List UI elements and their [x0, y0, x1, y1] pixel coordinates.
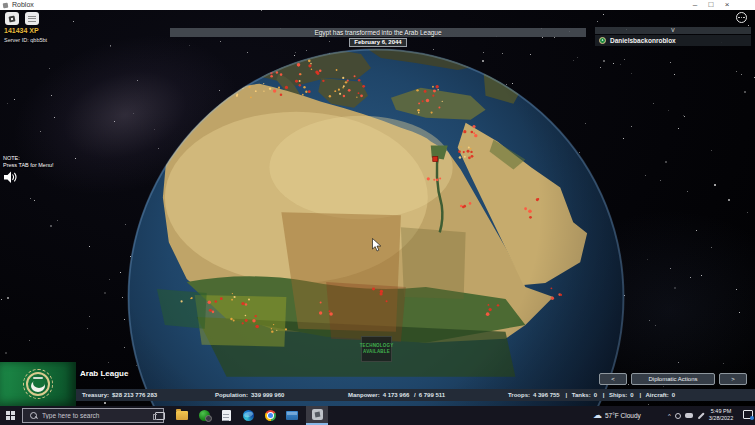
mail-icon — [286, 411, 298, 420]
roblox-menu-button[interactable] — [5, 12, 19, 25]
taskbar-clock[interactable]: 5:49 PM 3/28/2022 — [702, 408, 740, 422]
note-title: NOTE: — [3, 155, 54, 162]
window-titlebar: Roblox – □ × — [0, 0, 755, 10]
windows-taskbar: ☁ 57°F Cloudy ^ 5:49 PM 3/28/2022 — [0, 406, 755, 425]
task-view-button[interactable] — [152, 406, 168, 425]
window-title: Roblox — [12, 0, 34, 10]
roblox-logo-icon — [9, 15, 16, 22]
player-nation-flag-icon — [599, 37, 606, 44]
player-name: Danielsbackonroblox — [610, 37, 676, 44]
task-view-icon — [155, 412, 165, 420]
panel-prev-button[interactable]: < — [599, 373, 627, 385]
aircraft-label: Aircraft: — [646, 392, 669, 398]
start-button[interactable] — [0, 406, 21, 425]
game-date: February 6, 2044 — [349, 38, 407, 47]
manpower-stat: Manpower:4 173 966 /6 799 511 — [348, 389, 445, 401]
ships-value: 0 — [630, 392, 633, 398]
edge-icon — [243, 410, 254, 421]
ships-label: Ships: — [609, 392, 627, 398]
population-stat: Population:339 999 960 — [215, 389, 284, 401]
roblox-icon — [312, 409, 323, 420]
maximize-button[interactable]: □ — [703, 0, 719, 10]
more-menu-icon[interactable] — [736, 12, 747, 23]
population-value: 339 999 960 — [251, 392, 284, 398]
taskbar-weather[interactable]: ☁ 57°F Cloudy — [593, 406, 641, 425]
flag-crescent-cut — [33, 378, 45, 388]
controller-icon[interactable] — [685, 413, 693, 418]
tech-line2: AVAILABLE — [363, 349, 390, 355]
notepad-button[interactable] — [218, 406, 234, 425]
search-input[interactable] — [42, 412, 163, 419]
technology-available-notice[interactable]: TECHNOLOGY AVAILABLE — [361, 336, 392, 362]
leaderboard-player-row[interactable]: Danielsbackonroblox — [595, 35, 751, 46]
notification-center-icon[interactable] — [743, 410, 753, 419]
troops-label: Troops: — [508, 392, 530, 398]
taskbar-search[interactable] — [22, 408, 164, 423]
xp-counter: 141434 XP — [4, 27, 39, 34]
xbox-button[interactable] — [196, 406, 212, 425]
diplomatic-actions-button[interactable]: Diplomatic Actions — [631, 373, 715, 385]
chrome-button[interactable] — [262, 406, 278, 425]
stat-separator: | — [639, 392, 641, 398]
tanks-value: 0 — [594, 392, 597, 398]
event-banner: Egypt has transformed into the Arab Leag… — [170, 28, 586, 37]
nation-stats-bar: Treasury:$28 213 776 283 Population:339 … — [0, 389, 755, 401]
weather-text: 57°F Cloudy — [605, 412, 641, 419]
server-id-label: Server ID: qbb5bt — [4, 37, 47, 43]
file-explorer-button[interactable] — [174, 406, 190, 425]
troops-value: 4 396 755 — [533, 392, 560, 398]
stat-separator: | — [565, 392, 567, 398]
treasury-label: Treasury: — [82, 392, 109, 398]
flag-script-mark — [33, 377, 43, 379]
treasury-stat: Treasury:$28 213 776 283 — [82, 389, 157, 401]
manpower-max: 6 799 511 — [419, 392, 445, 398]
close-button[interactable]: × — [719, 0, 735, 10]
cloud-icon: ☁ — [593, 406, 602, 425]
system-tray: ^ — [668, 406, 705, 425]
tray-expand-button[interactable]: ^ — [668, 413, 671, 419]
chrome-icon — [265, 410, 276, 421]
manpower-current: 4 173 966 — [383, 392, 410, 398]
mouse-cursor — [372, 238, 382, 256]
tanks-label: Tanks: — [572, 392, 591, 398]
screen: Roblox – □ × — [0, 0, 755, 425]
folder-icon — [176, 411, 188, 420]
edge-button[interactable] — [240, 406, 256, 425]
clock-date: 3/28/2022 — [702, 415, 740, 422]
panel-next-button[interactable]: > — [719, 373, 747, 385]
roblox-app-icon — [3, 2, 9, 8]
arab-league-flag — [0, 362, 76, 406]
leaderboard-collapse-button[interactable]: V — [595, 27, 751, 34]
aircraft-value: 0 — [672, 392, 675, 398]
search-icon — [30, 412, 37, 419]
clock-time: 5:49 PM — [702, 408, 740, 415]
taskbar-app-icons — [152, 406, 328, 425]
roblox-taskbar-button[interactable] — [306, 406, 328, 425]
network-icon[interactable] — [675, 413, 681, 419]
treasury-value: $28 213 776 283 — [112, 392, 157, 398]
stat-separator: | — [603, 392, 605, 398]
manpower-label: Manpower: — [348, 392, 380, 398]
chat-bubble-icon — [28, 16, 36, 22]
population-label: Population: — [215, 392, 248, 398]
window-controls: – □ × — [687, 0, 735, 10]
chat-toggle-button[interactable] — [25, 12, 39, 25]
mail-button[interactable] — [284, 406, 300, 425]
speaker-icon[interactable] — [4, 170, 18, 188]
document-icon — [222, 410, 231, 421]
manpower-separator: / — [414, 392, 416, 398]
military-stat: Troops:4 396 755 | Tanks:0 | Ships:0 | A… — [508, 389, 675, 401]
xbox-icon — [199, 410, 210, 421]
windows-logo-icon — [6, 411, 15, 420]
tab-menu-note: NOTE: Press TAB for Menu! — [3, 155, 54, 169]
note-body: Press TAB for Menu! — [3, 162, 54, 169]
nation-name: Arab League — [80, 369, 128, 378]
minimize-button[interactable]: – — [687, 0, 703, 10]
